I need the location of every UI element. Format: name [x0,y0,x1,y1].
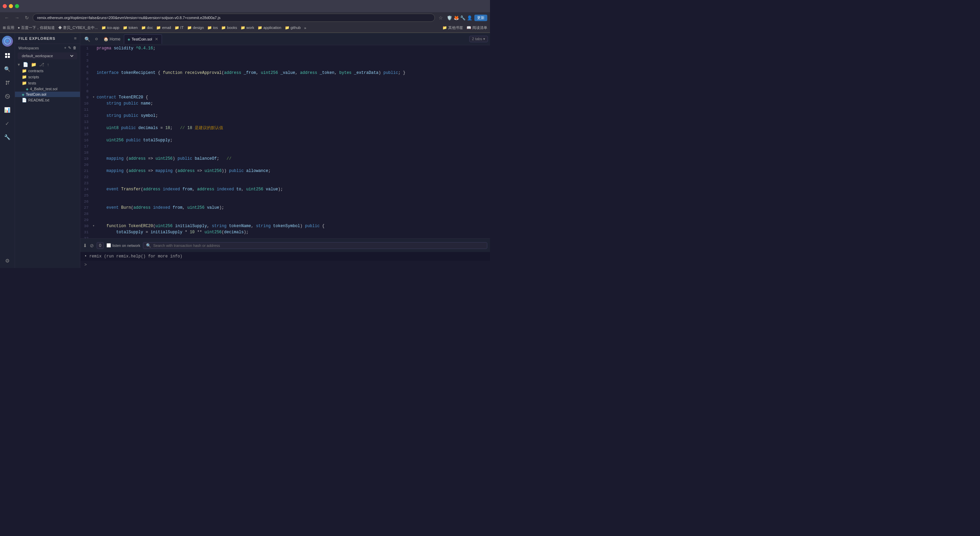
terminal-search-box[interactable]: 🔍 [143,242,487,249]
tabs-count[interactable]: 2 tabs ▾ [469,36,488,42]
home-icon: 🏠 [103,37,108,41]
file-panel-title: FILE EXPLORERS [18,37,56,40]
check-sidebar-icon[interactable]: ✓ [3,119,12,128]
bookmark-token[interactable]: 📁 token [123,26,138,30]
code-line: 13 [80,119,490,125]
file-explorer-icon[interactable] [3,51,12,60]
bookmark-more[interactable]: » [304,26,306,30]
bookmark-work[interactable]: 📁 work [240,26,254,30]
code-line: 25 [80,192,490,199]
code-line: 21 mapping (address => mapping (address … [80,168,490,174]
chart-sidebar-icon[interactable]: 📊 [3,105,12,115]
tree-file-testcoin[interactable]: ◈ TestCoin.sol [15,92,80,97]
code-line: 15 [80,131,490,137]
tree-root-actions: ▾ 📄 📁 ⎇ ↑ [15,61,80,68]
testcoin-tab-label: TestCoin.sol [132,37,152,41]
txt-file-icon: 📄 [22,98,27,102]
workspace-add-btn[interactable]: + [64,46,66,50]
terminal-search-input[interactable] [153,244,484,247]
tree-file-ballot[interactable]: ◈ 4_Ballot_test.sol [15,86,80,92]
folder-icon: 📁 [22,69,27,73]
workspace-dropdown[interactable]: default_workspace [21,53,75,58]
tree-folder-tests[interactable]: 📁 tests [15,80,80,86]
bookmark-ios[interactable]: 📁 ios [207,26,218,30]
bookmark-readlist[interactable]: 📖 阅读清单 [466,25,487,30]
prompt-symbol: > [84,262,87,267]
file-panel-menu[interactable]: ≡ [74,36,76,41]
bookmark-application[interactable]: 📁 application [258,26,282,30]
terminal-collapse-btn[interactable]: ⬇ [83,243,87,248]
readme-file-label: README.txt [28,98,49,102]
tab-search-btn[interactable]: 🔍 [82,36,92,43]
tab-close-btn[interactable]: ✕ [155,37,158,41]
tree-folder-scripts[interactable]: 📁 scripts [15,74,80,80]
tree-file-readme[interactable]: 📄 README.txt [15,97,80,103]
settings-sidebar-icon[interactable]: ⚙ [3,256,12,266]
workspace-selector[interactable]: default_workspace [18,53,77,59]
bookmark-doc[interactable]: 📁 doc [141,26,153,30]
tree-folder-contracts[interactable]: 📁 contracts [15,68,80,74]
git-sidebar-icon[interactable] [3,78,12,88]
new-file-icon[interactable]: 📄 [23,62,28,67]
bookmark-cybex[interactable]: ◆ 赛贝_CYBEX_去中... [58,25,98,30]
minimize-btn[interactable] [9,4,13,8]
code-line: 7 [80,82,490,88]
bookmarks-bar: ⊞ 应用 ● 百度一下，你就知道 ◆ 赛贝_CYBEX_去中... 📁 ico-… [0,23,490,33]
sol-file-icon-active: ◈ [22,93,24,96]
back-button[interactable]: ← [3,14,11,21]
icon-sidebar: 🔍 📊 ✓ 🔧 ⚙ [0,33,15,268]
browser-nav: ← → ↻ ☆ 🛡️ 🦊 🔧 👤 更新 [0,12,490,23]
svg-rect-5 [8,56,10,58]
plugin-sidebar-icon[interactable]: 🔧 [3,132,12,142]
update-button[interactable]: 更新 [474,14,487,21]
bookmark-email[interactable]: 📁 email [156,26,171,30]
code-line: 20 [80,162,490,168]
search-sidebar-icon[interactable]: 🔍 [3,64,12,74]
terminal-clear-btn[interactable]: ⊘ [90,243,94,248]
folder-icon: 📁 [22,75,27,79]
workspace-edit-btn[interactable]: ✎ [68,46,71,50]
testcoin-tab-icon: ◈ [127,37,130,41]
code-line: 27 event Burn(address indexed from, uint… [80,205,490,211]
bookmark-apps[interactable]: ⊞ 应用 [3,25,14,30]
close-btn[interactable] [3,4,7,8]
workspaces-row: Workspaces + ✎ 🗑 [15,44,80,52]
tab-home[interactable]: 🏠 Home [101,35,123,43]
git-clone-icon[interactable]: ⎇ [39,62,44,67]
listen-network-checkbox[interactable] [107,243,111,247]
refresh-button[interactable]: ↻ [23,14,30,21]
compile-sidebar-icon[interactable] [3,92,12,101]
tree-toggle[interactable]: ▾ [18,62,20,67]
tab-testcoin[interactable]: ◈ TestCoin.sol ✕ [124,34,162,44]
forward-button[interactable]: → [13,14,21,21]
terminal-search-icon: 🔍 [146,243,151,248]
console-prompt[interactable]: > [80,261,490,268]
code-line: 29 [80,217,490,223]
bookmark-design[interactable]: 📁 design [187,26,204,30]
code-line: 19 mapping (address => uint256) public b… [80,156,490,162]
code-editor[interactable]: 1 pragma solidity ^0.4.16; 2 3 4 5 [80,45,490,238]
url-bar[interactable] [33,14,435,22]
upload-icon[interactable]: ↑ [47,62,49,67]
code-line: 28 [80,211,490,217]
new-folder-icon[interactable]: 📁 [31,62,37,67]
code-line: 6 [80,76,490,82]
bookmark-others[interactable]: 📁 其他书签 [442,25,463,30]
bookmark-github[interactable]: 📁 github [285,26,301,30]
editor-tabs: 🔍 ⊖ 🏠 Home ◈ TestCoin.sol ✕ 2 tabs ▾ [80,33,490,45]
svg-rect-3 [8,53,10,55]
maximize-btn[interactable] [15,4,19,8]
tab-zoom-btn[interactable]: ⊖ [93,36,100,42]
editor-area: 🔍 ⊖ 🏠 Home ◈ TestCoin.sol ✕ 2 tabs ▾ 1 p… [80,33,490,268]
bookmark-ico[interactable]: 📁 ico-app [102,26,119,30]
code-line: 31 totalSupply = initialSupply * 10 ** u… [80,229,490,235]
code-line: 2 [80,51,490,57]
bookmark-it[interactable]: 📁 IT [175,26,184,30]
code-line: 10 string public name; [80,100,490,107]
bookmark-baidu[interactable]: ● 百度一下，你就知道 [18,25,55,30]
bookmark-star[interactable]: ☆ [437,14,445,21]
code-line: 1 pragma solidity ^0.4.16; [80,45,490,51]
bookmark-books[interactable]: 📁 books [221,26,237,30]
workspace-delete-btn[interactable]: 🗑 [73,46,76,50]
remix-logo[interactable] [2,36,13,47]
